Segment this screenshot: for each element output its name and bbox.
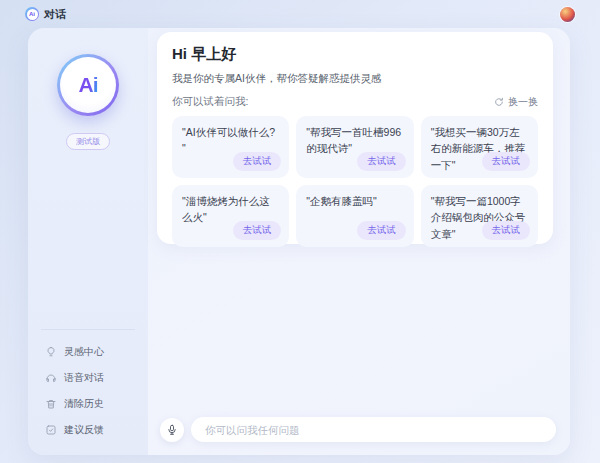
composer-bar — [148, 417, 570, 442]
app-logo-icon: Ai — [25, 7, 39, 21]
try-it-button[interactable]: 去试试 — [233, 221, 282, 240]
topbar: Ai 对话 — [0, 0, 600, 28]
sidebar-bottom-menu: 灵感中心 语音对话 清除历史 建议反馈 — [28, 329, 148, 455]
brand: Ai 对话 — [25, 7, 66, 22]
sidebar-item-label: 建议反馈 — [64, 423, 104, 437]
sidebar-item-label: 清除历史 — [64, 397, 104, 411]
beta-badge[interactable]: 测试版 — [66, 133, 110, 150]
suggestion-card[interactable]: "帮我写一首吐槽996的现代诗" 去试试 — [296, 116, 413, 178]
greeting-title: Hi 早上好 — [172, 45, 538, 64]
suggestions-header: 你可以试着问我: 换一换 — [172, 95, 538, 109]
microphone-icon — [166, 424, 178, 436]
refresh-suggestions-button[interactable]: 换一换 — [494, 95, 538, 109]
ai-logo-text: Ai — [79, 73, 98, 97]
feedback-icon — [45, 424, 57, 436]
suggestions-hint: 你可以试着问我: — [172, 95, 248, 109]
suggestion-card[interactable]: "AI伙伴可以做什么? " 去试试 — [172, 116, 289, 178]
sidebar: Ai 测试版 灵感中心 语音对话 清除历史 — [28, 28, 148, 455]
try-it-button[interactable]: 去试试 — [482, 152, 531, 171]
lightbulb-icon — [45, 346, 57, 358]
refresh-label: 换一换 — [508, 95, 538, 109]
suggestion-text: "企鹅有膝盖吗" — [306, 195, 376, 207]
suggestion-card[interactable]: "淄博烧烤为什么这么火" 去试试 — [172, 185, 289, 247]
try-it-button[interactable]: 去试试 — [357, 221, 406, 240]
suggestion-grid: "AI伙伴可以做什么? " 去试试 "帮我写一首吐槽996的现代诗" 去试试 "… — [172, 116, 538, 247]
headphones-icon — [45, 372, 57, 384]
sidebar-item-feedback[interactable]: 建议反馈 — [28, 417, 148, 443]
sidebar-divider — [41, 329, 135, 330]
ai-logo-icon: Ai — [57, 54, 119, 116]
main-content: Hi 早上好 我是你的专属AI伙伴，帮你答疑解惑提供灵感 你可以试着问我: 换一… — [148, 28, 570, 455]
sidebar-item-label: 语音对话 — [64, 371, 104, 385]
sidebar-item-inspiration[interactable]: 灵感中心 — [28, 339, 148, 365]
voice-input-button[interactable] — [160, 418, 184, 442]
app-logo-text: Ai — [27, 9, 38, 20]
app-window: Ai 对话 Ai 测试版 灵感中心 语音对 — [0, 0, 600, 463]
try-it-button[interactable]: 去试试 — [357, 152, 406, 171]
greeting-subtitle: 我是你的专属AI伙伴，帮你答疑解惑提供灵感 — [172, 72, 538, 86]
sidebar-item-voice-chat[interactable]: 语音对话 — [28, 365, 148, 391]
suggestion-text: "淄博烧烤为什么这么火" — [182, 195, 270, 223]
suggestion-card[interactable]: "帮我写一篇1000字介绍锅包肉的公众号文章" 去试试 — [421, 185, 538, 247]
suggestion-card[interactable]: "企鹅有膝盖吗" 去试试 — [296, 185, 413, 247]
page-title: 对话 — [44, 7, 66, 22]
try-it-button[interactable]: 去试试 — [233, 152, 282, 171]
suggestion-card[interactable]: "我想买一辆30万左右的新能源车，推荐一下" 去试试 — [421, 116, 538, 178]
user-avatar[interactable] — [560, 7, 575, 22]
suggestion-text: "AI伙伴可以做什么? " — [182, 126, 275, 154]
suggestion-text: "帮我写一首吐槽996的现代诗" — [306, 126, 401, 154]
trash-icon — [45, 398, 57, 410]
greeting-card: Hi 早上好 我是你的专属AI伙伴，帮你答疑解惑提供灵感 你可以试着问我: 换一… — [157, 32, 553, 244]
chat-input[interactable] — [191, 417, 556, 442]
ai-logo-circle: Ai — [60, 57, 116, 113]
sidebar-item-label: 灵感中心 — [64, 345, 104, 359]
refresh-icon — [494, 97, 504, 107]
app-container: Ai 测试版 灵感中心 语音对话 清除历史 — [28, 28, 570, 455]
try-it-button[interactable]: 去试试 — [482, 221, 531, 240]
sidebar-item-clear-history[interactable]: 清除历史 — [28, 391, 148, 417]
